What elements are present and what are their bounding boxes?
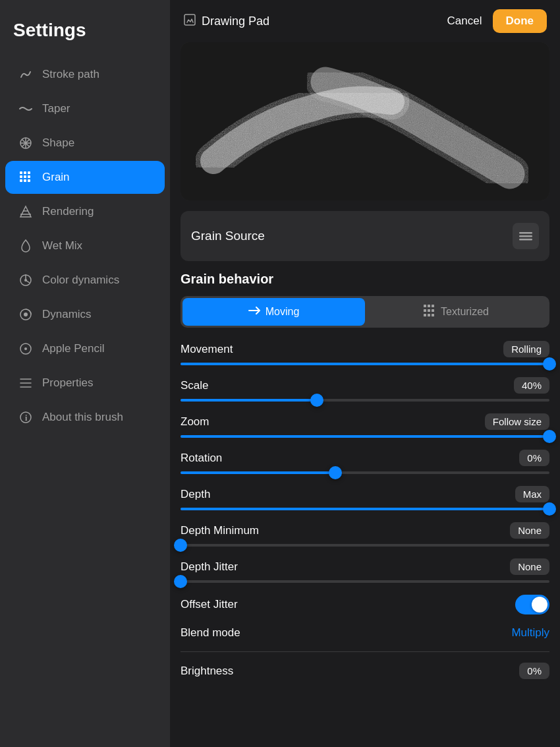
slider-row-depth-jitter: Depth Jitter None xyxy=(181,558,549,583)
sidebar-item-label-dynamics: Dynamics xyxy=(42,308,92,321)
grain-behavior-toggle-group: Moving Texturized xyxy=(181,296,549,328)
svg-rect-12 xyxy=(24,179,26,182)
svg-rect-40 xyxy=(424,314,426,316)
svg-rect-5 xyxy=(20,171,22,174)
sidebar-item-about[interactable]: i About this brush xyxy=(5,401,165,434)
sidebar-title: Settings xyxy=(0,13,170,57)
topbar-title: Drawing Pad xyxy=(202,15,269,28)
svg-rect-11 xyxy=(20,179,22,182)
blend-mode-value[interactable]: Multiply xyxy=(511,626,549,640)
sidebar-item-dynamics[interactable]: Dynamics xyxy=(5,298,165,331)
toggle-texturized[interactable]: Texturized xyxy=(365,298,547,326)
sidebar-item-stroke-path[interactable]: Stroke path xyxy=(5,58,165,91)
sidebar-item-rendering[interactable]: Rendering xyxy=(5,195,165,228)
toggle-moving[interactable]: Moving xyxy=(182,298,365,326)
taper-icon xyxy=(18,102,33,116)
slider-row-rotation: Rotation 0% xyxy=(181,450,549,474)
scale-fill xyxy=(181,399,317,402)
sidebar-item-color-dynamics[interactable]: Color dynamics xyxy=(5,264,165,297)
svg-rect-13 xyxy=(28,179,30,182)
scale-thumb[interactable] xyxy=(310,394,323,407)
slider-header-scale: Scale 40% xyxy=(181,377,549,394)
movement-label: Movement xyxy=(181,343,233,356)
zoom-thumb[interactable] xyxy=(543,430,556,443)
svg-rect-42 xyxy=(432,314,434,316)
depth-track[interactable] xyxy=(181,508,549,510)
rotation-thumb[interactable] xyxy=(329,466,342,479)
svg-rect-34 xyxy=(424,305,426,307)
grain-source-button[interactable] xyxy=(513,223,539,249)
moving-icon xyxy=(248,306,260,318)
depth-jitter-thumb[interactable] xyxy=(174,575,187,588)
depth-thumb[interactable] xyxy=(543,502,556,516)
svg-rect-36 xyxy=(432,305,434,307)
offset-jitter-row: Offset Jitter xyxy=(181,595,549,614)
sidebar: Settings Stroke path Taper Shape xyxy=(0,0,170,747)
brightness-label: Brightness xyxy=(181,665,233,678)
blend-mode-label: Blend mode xyxy=(181,626,240,640)
sidebar-item-shape[interactable]: Shape xyxy=(5,127,165,160)
svg-point-20 xyxy=(24,313,28,316)
toggle-texturized-label: Texturized xyxy=(441,306,489,318)
grain-behavior-title: Grain behavior xyxy=(181,272,549,287)
sidebar-item-label-stroke-path: Stroke path xyxy=(42,68,99,81)
sidebar-item-wet-mix[interactable]: Wet Mix xyxy=(5,229,165,262)
rotation-track[interactable] xyxy=(181,471,549,474)
movement-thumb[interactable] xyxy=(543,357,556,371)
slider-header-depth: Depth Max xyxy=(181,486,549,502)
toggle-moving-label: Moving xyxy=(266,306,300,318)
sidebar-item-label-about: About this brush xyxy=(42,411,123,424)
svg-rect-9 xyxy=(24,175,26,178)
sidebar-item-properties[interactable]: Properties xyxy=(5,367,165,400)
depth-minimum-thumb[interactable] xyxy=(174,539,187,552)
brush-preview xyxy=(181,42,549,200)
drawing-pad-icon xyxy=(183,13,196,30)
topbar-right: Cancel Done xyxy=(447,9,547,33)
svg-rect-38 xyxy=(428,309,430,312)
brightness-value: 0% xyxy=(519,663,549,679)
color-dynamics-icon xyxy=(18,273,33,287)
grain-source-row: Grain Source xyxy=(181,211,549,261)
scale-track[interactable] xyxy=(181,399,549,402)
cancel-button[interactable]: Cancel xyxy=(447,15,482,28)
svg-rect-32 xyxy=(519,235,532,237)
zoom-value: Follow size xyxy=(485,413,549,430)
depth-minimum-label: Depth Minimum xyxy=(181,524,259,537)
svg-rect-31 xyxy=(519,232,532,234)
scale-value: 40% xyxy=(514,377,549,394)
sidebar-item-label-shape: Shape xyxy=(42,136,74,150)
topbar-left: Drawing Pad xyxy=(183,13,269,30)
slider-row-zoom: Zoom Follow size xyxy=(181,413,549,438)
properties-icon xyxy=(18,376,33,390)
depth-minimum-track[interactable] xyxy=(181,544,549,547)
depth-minimum-value: None xyxy=(510,522,549,539)
done-button[interactable]: Done xyxy=(493,9,547,33)
zoom-track[interactable] xyxy=(181,435,549,438)
rotation-value: 0% xyxy=(519,450,549,466)
sidebar-item-grain[interactable]: Grain xyxy=(5,161,165,194)
sidebar-item-taper[interactable]: Taper xyxy=(5,92,165,125)
slider-header-brightness: Brightness 0% xyxy=(181,663,549,679)
depth-fill xyxy=(181,508,549,510)
offset-jitter-label: Offset Jitter xyxy=(181,598,238,611)
sidebar-item-label-grain: Grain xyxy=(42,171,70,184)
depth-jitter-label: Depth Jitter xyxy=(181,560,238,574)
sidebar-item-apple-pencil[interactable]: Apple Pencil xyxy=(5,332,165,365)
svg-rect-8 xyxy=(20,175,22,178)
offset-jitter-toggle[interactable] xyxy=(515,595,549,614)
slider-row-depth: Depth Max xyxy=(181,486,549,510)
svg-marker-14 xyxy=(20,206,31,217)
sidebar-item-label-taper: Taper xyxy=(42,102,70,115)
grain-source-label: Grain Source xyxy=(191,229,265,243)
svg-rect-28 xyxy=(184,15,195,25)
movement-track[interactable] xyxy=(181,363,549,365)
depth-jitter-track[interactable] xyxy=(181,580,549,583)
movement-fill xyxy=(181,363,549,365)
slider-header-zoom: Zoom Follow size xyxy=(181,413,549,430)
main-content: Drawing Pad Cancel Done xyxy=(170,0,560,747)
brush-preview-svg xyxy=(181,42,549,200)
rotation-label: Rotation xyxy=(181,452,222,465)
depth-jitter-value: None xyxy=(510,558,549,575)
texturized-icon xyxy=(424,305,435,319)
depth-value: Max xyxy=(515,486,549,502)
